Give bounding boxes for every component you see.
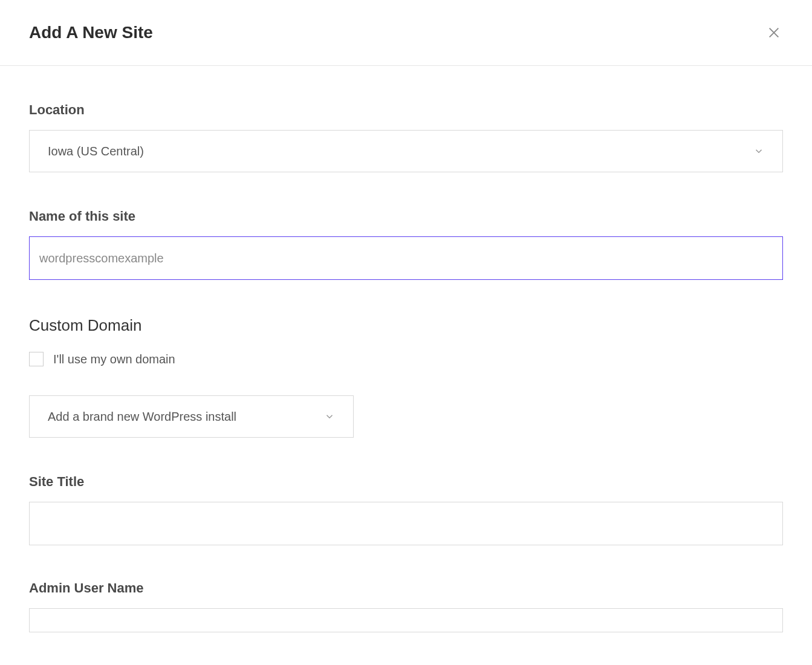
location-select[interactable]: Iowa (US Central) xyxy=(29,130,783,172)
close-button[interactable] xyxy=(765,24,783,42)
own-domain-checkbox[interactable] xyxy=(29,352,44,366)
close-icon xyxy=(767,26,781,39)
admin-username-label: Admin User Name xyxy=(29,580,783,596)
chevron-down-icon xyxy=(324,411,335,422)
location-field-group: Location Iowa (US Central) xyxy=(29,102,783,172)
add-site-dialog: Add A New Site Location Iowa (US Central… xyxy=(0,0,812,665)
custom-domain-heading: Custom Domain xyxy=(29,316,783,335)
site-name-field-group: Name of this site xyxy=(29,209,783,280)
own-domain-checkbox-row: I'll use my own domain xyxy=(29,352,783,366)
admin-username-input[interactable] xyxy=(29,608,783,632)
dialog-header: Add A New Site xyxy=(0,0,812,66)
location-label: Location xyxy=(29,102,783,118)
site-name-label: Name of this site xyxy=(29,209,783,224)
own-domain-checkbox-label: I'll use my own domain xyxy=(53,352,175,366)
site-title-field-group: Site Title xyxy=(29,474,783,545)
custom-domain-section: Custom Domain I'll use my own domain Add… xyxy=(29,316,783,438)
admin-username-field-group: Admin User Name xyxy=(29,580,783,632)
install-type-select-value: Add a brand new WordPress install xyxy=(48,410,324,424)
site-title-input[interactable] xyxy=(29,502,783,545)
site-name-input[interactable] xyxy=(29,236,783,280)
dialog-title: Add A New Site xyxy=(29,23,153,42)
location-select-value: Iowa (US Central) xyxy=(48,144,753,158)
form-area: Location Iowa (US Central) Name of this … xyxy=(0,66,812,661)
chevron-down-icon xyxy=(753,146,764,157)
install-type-select[interactable]: Add a brand new WordPress install xyxy=(29,395,354,438)
site-title-label: Site Title xyxy=(29,474,783,490)
